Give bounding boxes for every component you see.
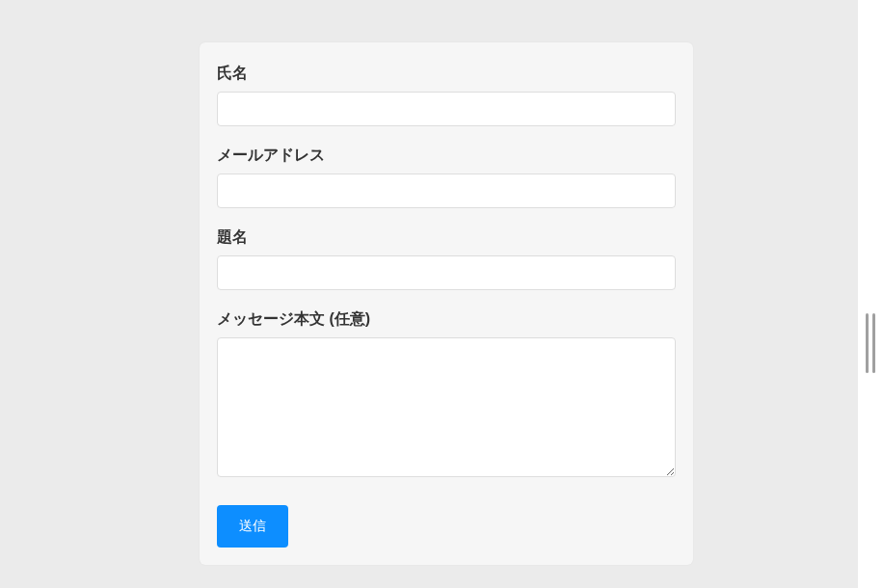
scroll-bar-line (872, 313, 875, 373)
message-label: メッセージ本文 (任意) (217, 309, 676, 330)
name-field-group: 氏名 (217, 64, 676, 126)
scroll-bar-line (866, 313, 869, 373)
submit-button[interactable]: 送信 (217, 505, 288, 548)
right-margin (858, 0, 883, 588)
name-label: 氏名 (217, 64, 676, 84)
email-field-group: メールアドレス (217, 146, 676, 208)
message-field-group: メッセージ本文 (任意) (217, 309, 676, 481)
email-label: メールアドレス (217, 146, 676, 166)
page-background: 氏名 メールアドレス 題名 メッセージ本文 (任意) 送信 (0, 0, 858, 588)
scroll-handle-icon[interactable] (862, 310, 879, 376)
subject-field-group: 題名 (217, 227, 676, 290)
email-input[interactable] (217, 174, 676, 208)
subject-input[interactable] (217, 255, 676, 290)
subject-label: 題名 (217, 227, 676, 248)
name-input[interactable] (217, 92, 676, 126)
contact-form-card: 氏名 メールアドレス 題名 メッセージ本文 (任意) 送信 (200, 42, 693, 565)
message-textarea[interactable] (217, 337, 676, 477)
